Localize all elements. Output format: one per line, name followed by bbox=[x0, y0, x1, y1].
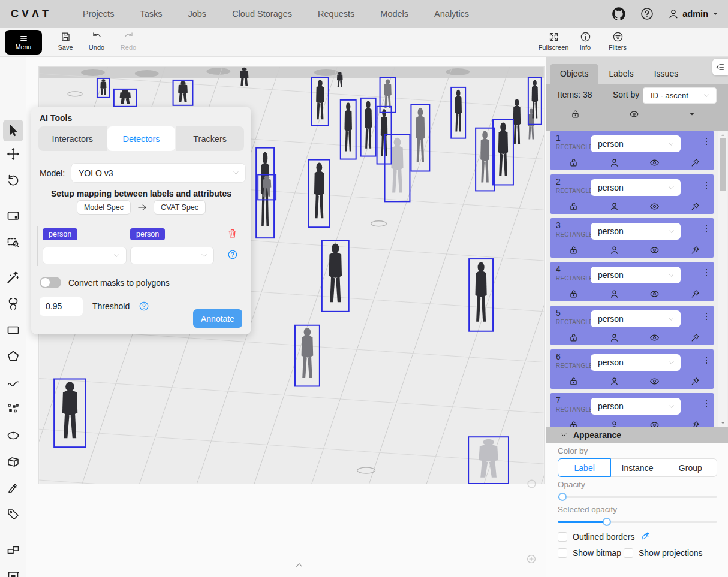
filters-button[interactable]: Filters bbox=[604, 31, 631, 51]
pin-object-icon[interactable] bbox=[690, 420, 700, 427]
hide-object-icon[interactable] bbox=[649, 158, 660, 168]
hide-object-icon[interactable] bbox=[649, 245, 660, 255]
move-tool-icon[interactable] bbox=[6, 147, 20, 161]
scroll-down-icon[interactable] bbox=[720, 420, 726, 426]
model-label-tag[interactable]: person bbox=[43, 228, 77, 240]
menu-button[interactable]: Menu bbox=[5, 30, 42, 55]
scroll-up-icon[interactable] bbox=[720, 132, 726, 138]
selected-opacity-slider[interactable] bbox=[558, 518, 717, 526]
nav-item-requests[interactable]: Requests bbox=[318, 9, 354, 19]
occluded-object-icon[interactable] bbox=[609, 333, 619, 343]
object-label-select[interactable]: person bbox=[591, 179, 681, 196]
polygon-tool-icon[interactable] bbox=[6, 349, 20, 364]
slider-handle[interactable] bbox=[603, 518, 611, 526]
occluded-object-icon[interactable] bbox=[609, 420, 619, 427]
ai-tools-tool-icon[interactable] bbox=[6, 270, 20, 285]
split-tool-icon[interactable] bbox=[6, 569, 20, 577]
pin-object-icon[interactable] bbox=[690, 333, 700, 343]
zoom-region-tool-icon[interactable] bbox=[6, 235, 20, 249]
object-item-5[interactable]: 5RECTANGLE SHAPEperson bbox=[550, 306, 714, 345]
object-label-select[interactable]: person bbox=[591, 223, 681, 240]
save-button[interactable]: Save bbox=[52, 31, 79, 51]
points-tool-icon[interactable] bbox=[6, 402, 20, 416]
cuboid-tool-icon[interactable] bbox=[6, 455, 20, 469]
redo-button[interactable]: Redo bbox=[115, 31, 142, 51]
lock-object-icon[interactable] bbox=[568, 245, 579, 255]
nav-item-projects[interactable]: Projects bbox=[83, 9, 114, 19]
show-bitmap-checkbox[interactable] bbox=[558, 548, 567, 558]
ai-tab-trackers[interactable]: Trackers bbox=[176, 126, 244, 151]
outlined-borders-checkbox[interactable] bbox=[558, 532, 567, 542]
occluded-object-icon[interactable] bbox=[609, 289, 619, 299]
slider-handle[interactable] bbox=[558, 493, 567, 501]
object-actions-icon[interactable] bbox=[702, 353, 711, 367]
remove-mapping-icon[interactable] bbox=[227, 228, 238, 239]
merge-tool-icon[interactable] bbox=[6, 543, 20, 557]
polyline-tool-icon[interactable] bbox=[6, 376, 20, 390]
sidebar-tab-issues[interactable]: Issues bbox=[644, 64, 688, 84]
object-label-select[interactable]: person bbox=[591, 267, 681, 283]
appearance-header[interactable]: Appearance bbox=[546, 427, 728, 443]
zoom-in-icon[interactable] bbox=[526, 554, 537, 564]
object-actions-icon[interactable] bbox=[702, 178, 711, 192]
color-by-instance[interactable]: Instance bbox=[611, 458, 664, 477]
object-label-select[interactable]: person bbox=[591, 310, 681, 327]
object-item-2[interactable]: 2RECTANGLE SHAPEperson bbox=[550, 174, 714, 214]
object-label-select[interactable]: person bbox=[591, 135, 681, 152]
rotate-tool-icon[interactable] bbox=[6, 173, 20, 188]
hide-object-icon[interactable] bbox=[649, 333, 660, 343]
object-label-select[interactable]: person bbox=[591, 398, 681, 415]
scrollbar-thumb[interactable] bbox=[720, 138, 726, 191]
nav-item-tasks[interactable]: Tasks bbox=[140, 9, 162, 19]
occluded-object-icon[interactable] bbox=[609, 201, 619, 212]
sidebar-tab-labels[interactable]: Labels bbox=[598, 64, 643, 84]
hide-all-icon[interactable] bbox=[629, 109, 639, 119]
lock-object-icon[interactable] bbox=[568, 420, 579, 427]
object-item-3[interactable]: 3RECTANGLE SHAPEperson bbox=[550, 218, 714, 258]
info-button[interactable]: Info bbox=[574, 31, 596, 51]
ellipse-tool-icon[interactable] bbox=[6, 428, 20, 443]
cvat-logo[interactable]: CVΛT bbox=[11, 8, 52, 20]
sidebar-tab-objects[interactable]: Objects bbox=[550, 64, 598, 84]
pin-object-icon[interactable] bbox=[690, 376, 700, 386]
ai-tab-interactors[interactable]: Interactors bbox=[38, 126, 107, 151]
object-actions-icon[interactable] bbox=[702, 397, 711, 411]
pin-object-icon[interactable] bbox=[690, 158, 700, 168]
object-actions-icon[interactable] bbox=[702, 309, 711, 324]
model-select[interactable]: YOLO v3 bbox=[71, 163, 246, 183]
object-actions-icon[interactable] bbox=[702, 265, 711, 280]
github-icon[interactable] bbox=[611, 6, 627, 22]
mapping-help-icon[interactable] bbox=[227, 249, 238, 260]
user-menu[interactable]: admin bbox=[667, 8, 720, 20]
object-item-6[interactable]: 6RECTANGLE SHAPEperson bbox=[550, 349, 714, 389]
rectangle-tool-icon[interactable] bbox=[6, 323, 20, 337]
lock-object-icon[interactable] bbox=[568, 201, 579, 212]
cvat-spec-button[interactable]: CVAT Spec bbox=[154, 200, 206, 215]
help-icon[interactable] bbox=[640, 7, 654, 21]
annotate-button[interactable]: Annotate bbox=[193, 309, 242, 328]
tag-tool-icon[interactable] bbox=[6, 507, 20, 522]
lock-object-icon[interactable] bbox=[568, 376, 579, 386]
cursor-tool-icon[interactable] bbox=[3, 120, 23, 141]
threshold-input[interactable]: 0.95 bbox=[40, 297, 83, 316]
color-by-group[interactable]: Group bbox=[664, 458, 717, 477]
opencv-tool-icon[interactable] bbox=[6, 297, 20, 311]
fullscreen-button[interactable]: Fullscreen bbox=[538, 31, 569, 51]
fit-image-tool-icon[interactable] bbox=[6, 209, 20, 223]
nav-item-jobs[interactable]: Jobs bbox=[188, 9, 206, 19]
collapse-sidebar-button[interactable] bbox=[712, 59, 728, 75]
object-item-7[interactable]: 7RECTANGLE SHAPEperson bbox=[550, 393, 714, 427]
brush-tool-icon[interactable] bbox=[6, 481, 20, 496]
lock-object-icon[interactable] bbox=[568, 289, 579, 299]
expand-all-icon[interactable] bbox=[688, 109, 696, 119]
cvat-attr-select[interactable] bbox=[130, 247, 214, 264]
show-projections-checkbox[interactable] bbox=[624, 548, 633, 558]
object-actions-icon[interactable] bbox=[702, 134, 711, 149]
nav-item-models[interactable]: Models bbox=[380, 9, 408, 19]
occluded-object-icon[interactable] bbox=[609, 158, 619, 168]
nav-item-cloud-storages[interactable]: Cloud Storages bbox=[232, 9, 292, 19]
object-label-select[interactable]: person bbox=[591, 354, 681, 371]
nav-item-analytics[interactable]: Analytics bbox=[434, 9, 469, 19]
object-actions-icon[interactable] bbox=[702, 222, 711, 236]
lock-object-icon[interactable] bbox=[568, 158, 579, 168]
